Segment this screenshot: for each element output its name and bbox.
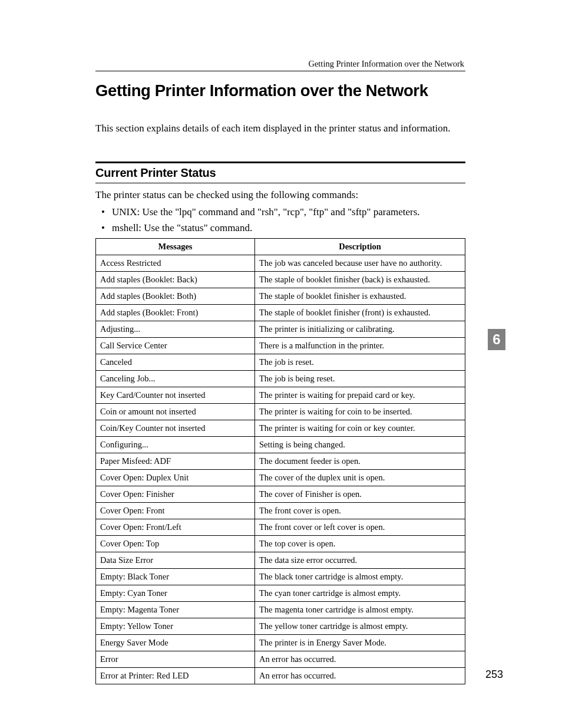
messages-table: Messages Description Access RestrictedTh… <box>95 238 465 684</box>
description-cell: The staple of booklet finisher (back) is… <box>255 272 465 288</box>
table-row: Empty: Yellow TonerThe yellow toner cart… <box>96 618 465 635</box>
message-cell: Empty: Yellow Toner <box>96 618 255 635</box>
message-cell: Energy Saver Mode <box>96 635 255 651</box>
table-row: Data Size ErrorThe data size error occur… <box>96 552 465 569</box>
page-title: Getting Printer Information over the Net… <box>95 81 465 100</box>
message-cell: Configuring... <box>96 437 255 453</box>
description-cell: The top cover is open. <box>255 536 465 552</box>
page-number: 253 <box>485 668 503 681</box>
message-cell: Cover Open: Top <box>96 536 255 552</box>
table-row: Energy Saver ModeThe printer is in Energ… <box>96 635 465 651</box>
description-cell: The front cover or left cover is open. <box>255 519 465 536</box>
table-row: Add staples (Booklet: Front)The staple o… <box>96 305 465 321</box>
description-cell: The job is reset. <box>255 354 465 371</box>
message-cell: Coin or amount not inserted <box>96 404 255 420</box>
message-cell: Add staples (Booklet: Back) <box>96 272 255 288</box>
table-row: Add staples (Booklet: Both)The staple of… <box>96 288 465 305</box>
header-rule <box>95 71 465 71</box>
message-cell: Add staples (Booklet: Both) <box>96 288 255 305</box>
section-description: The printer status can be checked using … <box>95 189 465 201</box>
table-row: Coin/Key Counter not insertedThe printer… <box>96 420 465 437</box>
message-cell: Cover Open: Finisher <box>96 486 255 503</box>
message-cell: Data Size Error <box>96 552 255 569</box>
description-cell: The front cover is open. <box>255 503 465 519</box>
table-row: Empty: Magenta TonerThe magenta toner ca… <box>96 602 465 618</box>
message-cell: Key Card/Counter not inserted <box>96 387 255 404</box>
message-cell: Cover Open: Front <box>96 503 255 519</box>
description-cell: The job was canceled because user have n… <box>255 255 465 272</box>
table-row: CanceledThe job is reset. <box>96 354 465 371</box>
description-cell: The printer is waiting for prepaid card … <box>255 387 465 404</box>
table-row: Empty: Cyan TonerThe cyan toner cartridg… <box>96 585 465 602</box>
message-cell: Error at Printer: Red LED <box>96 668 255 684</box>
description-cell: The magenta toner cartridge is almost em… <box>255 602 465 618</box>
table-row: Call Service CenterThere is a malfunctio… <box>96 338 465 354</box>
message-cell: Empty: Black Toner <box>96 569 255 585</box>
description-cell: The staple of booklet finisher (front) i… <box>255 305 465 321</box>
table-header-row: Messages Description <box>96 239 465 255</box>
table-row: Coin or amount not insertedThe printer i… <box>96 404 465 420</box>
description-cell: The cover of the duplex unit is open. <box>255 470 465 486</box>
table-row: Cover Open: Front/LeftThe front cover or… <box>96 519 465 536</box>
message-cell: Access Restricted <box>96 255 255 272</box>
table-row: Configuring...Setting is being changed. <box>96 437 465 453</box>
message-cell: Adjusting... <box>96 321 255 338</box>
description-cell: The black toner cartridge is almost empt… <box>255 569 465 585</box>
table-row: Add staples (Booklet: Back)The staple of… <box>96 272 465 288</box>
table-row: Error at Printer: Red LEDAn error has oc… <box>96 668 465 684</box>
description-cell: The yellow toner cartridge is almost emp… <box>255 618 465 635</box>
description-cell: There is a malfunction in the printer. <box>255 338 465 354</box>
table-row: Cover Open: FinisherThe cover of Finishe… <box>96 486 465 503</box>
message-cell: Add staples (Booklet: Front) <box>96 305 255 321</box>
message-cell: Empty: Magenta Toner <box>96 602 255 618</box>
table-row: Cover Open: FrontThe front cover is open… <box>96 503 465 519</box>
list-item: mshell: Use the "status" command. <box>95 220 465 236</box>
description-cell: The cover of Finisher is open. <box>255 486 465 503</box>
table-row: Access RestrictedThe job was canceled be… <box>96 255 465 272</box>
description-cell: The data size error occurred. <box>255 552 465 569</box>
description-cell: The printer is waiting for coin or key c… <box>255 420 465 437</box>
table-header-description: Description <box>255 239 465 255</box>
section-rule-thin <box>95 183 465 183</box>
description-cell: The printer is initializing or calibrati… <box>255 321 465 338</box>
message-cell: Call Service Center <box>96 338 255 354</box>
message-cell: Canceled <box>96 354 255 371</box>
description-cell: The job is being reset. <box>255 371 465 387</box>
chapter-tab: 6 <box>488 329 505 350</box>
table-header-messages: Messages <box>96 239 255 255</box>
table-row: Key Card/Counter not insertedThe printer… <box>96 387 465 404</box>
description-cell: The document feeder is open. <box>255 453 465 470</box>
description-cell: The staple of booklet finisher is exhaus… <box>255 288 465 305</box>
table-row: Cover Open: TopThe top cover is open. <box>96 536 465 552</box>
message-cell: Coin/Key Counter not inserted <box>96 420 255 437</box>
message-cell: Cover Open: Duplex Unit <box>96 470 255 486</box>
table-row: ErrorAn error has occurred. <box>96 651 465 668</box>
message-cell: Error <box>96 651 255 668</box>
message-cell: Empty: Cyan Toner <box>96 585 255 602</box>
message-cell: Canceling Job... <box>96 371 255 387</box>
table-row: Canceling Job...The job is being reset. <box>96 371 465 387</box>
description-cell: The cyan toner cartridge is almost empty… <box>255 585 465 602</box>
running-header: Getting Printer Information over the Net… <box>308 59 464 69</box>
table-row: Empty: Black TonerThe black toner cartri… <box>96 569 465 585</box>
list-item: UNIX: Use the "lpq" command and "rsh", "… <box>95 204 465 220</box>
message-cell: Paper Misfeed: ADF <box>96 453 255 470</box>
table-row: Adjusting...The printer is initializing … <box>96 321 465 338</box>
description-cell: An error has occurred. <box>255 668 465 684</box>
message-cell: Cover Open: Front/Left <box>96 519 255 536</box>
description-cell: An error has occurred. <box>255 651 465 668</box>
command-list: UNIX: Use the "lpq" command and "rsh", "… <box>95 204 465 236</box>
intro-paragraph: This section explains details of each it… <box>95 122 465 136</box>
section-heading: Current Printer Status <box>95 166 216 180</box>
description-cell: Setting is being changed. <box>255 437 465 453</box>
table-row: Cover Open: Duplex UnitThe cover of the … <box>96 470 465 486</box>
description-cell: The printer is waiting for coin to be in… <box>255 404 465 420</box>
section-rule-thick <box>95 162 465 163</box>
description-cell: The printer is in Energy Saver Mode. <box>255 635 465 651</box>
table-row: Paper Misfeed: ADFThe document feeder is… <box>96 453 465 470</box>
